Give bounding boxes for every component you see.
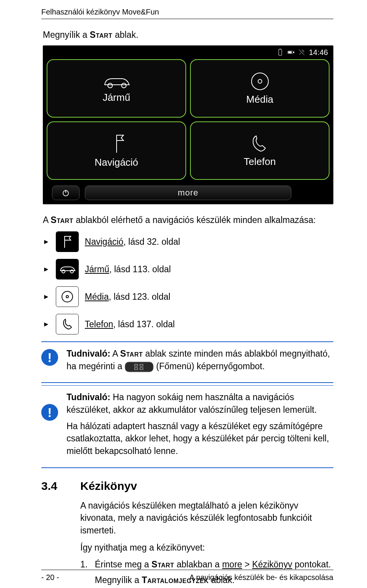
bottom-bar: more [43, 183, 333, 204]
note-1: ! Tudnivaló: A Start ablak szinte minden… [41, 344, 333, 380]
start-word: Start [90, 30, 112, 40]
svg-rect-16 [125, 362, 153, 372]
svg-rect-3 [293, 52, 294, 53]
intro-prefix: Megnyílik a [43, 30, 90, 40]
intro-suffix: ablak. [112, 30, 138, 40]
clock-text: 14:46 [309, 48, 328, 57]
note-2-body: Tudnivaló: Ha nagyon sokáig nem használt… [67, 391, 333, 461]
tile-vehicle[interactable]: Jármű [47, 59, 186, 118]
status-bar: 14:46 [43, 45, 333, 59]
page-footer: - 20 - A navigációs készülék be- és kika… [0, 570, 367, 582]
bullet-text: Telefon, lásd 137. oldal [85, 319, 175, 330]
header-rule [41, 19, 333, 19]
page-number: - 20 - [41, 573, 59, 582]
tile-phone[interactable]: Telefon [190, 121, 330, 180]
svg-point-7 [122, 83, 126, 88]
bullet-list: ► Navigáció, lásd 32. oldal ► Jármű, lás… [43, 231, 333, 334]
after-text: A Start ablakból elérhető a navigációs k… [43, 214, 333, 226]
section-title: Kézikönyv [80, 480, 333, 493]
more-button[interactable]: more [85, 186, 291, 200]
footer-chapter: A navigációs készülék be- és kikapcsolás… [189, 573, 333, 582]
bullet-media: ► Média, lásd 123. oldal [43, 286, 333, 307]
svg-point-9 [258, 79, 262, 83]
note-divider-mid2 [41, 385, 333, 386]
bullet-navigation: ► Navigáció, lásd 32. oldal [43, 231, 333, 252]
bullet-marker: ► [43, 266, 50, 273]
flag-icon [56, 231, 79, 252]
section-p2: Így nyithatja meg a kézikönyvet: [80, 541, 333, 554]
step-1: 1. Érintse meg a Start ablakban a more >… [80, 558, 333, 571]
device-start-screen: 14:46 Jármű Média Navigáció Telefon [43, 45, 333, 204]
note-divider-bottom [41, 467, 333, 468]
bullet-vehicle: ► Jármű, lásd 113. oldal [43, 259, 333, 279]
power-button[interactable] [52, 186, 80, 200]
note-2: ! Tudnivaló: Ha nagyon sokáig nem haszná… [41, 387, 333, 465]
bullet-phone: ► Telefon, lásd 137. oldal [43, 314, 333, 334]
bullet-marker: ► [43, 321, 50, 328]
intro-line: Megnyílik a Start ablak. [43, 30, 333, 40]
note-divider-top [41, 341, 333, 342]
satellite-icon [298, 48, 305, 57]
info-icon: ! [41, 349, 58, 366]
battery-icon [287, 48, 294, 57]
svg-point-6 [108, 83, 112, 88]
signal-icon [277, 48, 284, 57]
running-header: Felhasználói kézikönyv Move&Fun [41, 8, 333, 16]
svg-point-15 [66, 296, 68, 298]
tile-navigation-label: Navigáció [94, 157, 138, 168]
svg-point-8 [252, 73, 268, 90]
tile-navigation[interactable]: Navigáció [47, 121, 186, 180]
svg-point-14 [62, 291, 73, 302]
tile-media-label: Média [246, 94, 273, 105]
section-p1: A navigációs készüléken megtalálható a j… [80, 499, 333, 537]
footer-rule [41, 570, 333, 570]
tile-phone-label: Telefon [244, 156, 276, 168]
bullet-marker: ► [43, 293, 50, 300]
tile-grid: Jármű Média Navigáció Telefon [43, 59, 333, 183]
tile-media[interactable]: Média [190, 59, 330, 118]
phone-icon [56, 314, 79, 334]
note-1-body: Tudnivaló: A Start ablak szinte minden m… [67, 347, 333, 376]
note-divider-mid [41, 382, 333, 383]
svg-rect-0 [279, 49, 282, 55]
bullet-text: Média, lásd 123. oldal [85, 292, 171, 302]
disc-icon [56, 286, 79, 307]
main-menu-button-icon [125, 362, 154, 372]
svg-rect-4 [288, 52, 291, 53]
bullet-marker: ► [43, 238, 50, 245]
info-icon: ! [41, 404, 58, 421]
car-icon [56, 259, 79, 279]
tile-vehicle-label: Jármű [102, 92, 130, 103]
bullet-text: Jármű, lásd 113. oldal [85, 264, 171, 275]
bullet-text: Navigáció, lásd 32. oldal [85, 237, 180, 247]
